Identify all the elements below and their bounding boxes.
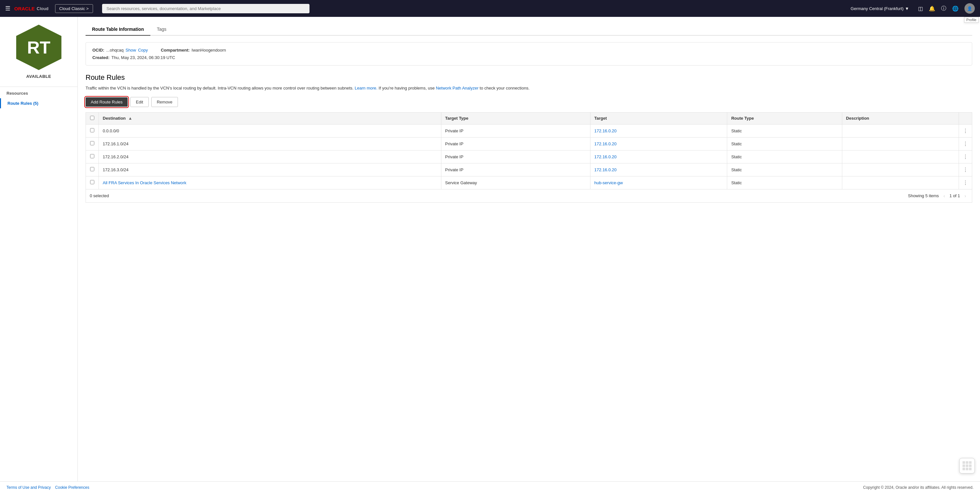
tab-tags[interactable]: Tags bbox=[150, 23, 173, 36]
search-bar[interactable] bbox=[102, 4, 310, 13]
table-row: All FRA Services In Oracle Services Netw… bbox=[86, 176, 972, 189]
compartment-group: Compartment: IwanHoogendoorn bbox=[161, 48, 226, 53]
tab-route-table-info[interactable]: Route Table Information bbox=[86, 23, 150, 36]
oracle-text: ORACLE bbox=[14, 6, 35, 11]
cloud-classic-button[interactable]: Cloud Classic > bbox=[55, 4, 93, 13]
row-checkbox-2[interactable] bbox=[90, 154, 94, 158]
next-page-button[interactable]: › bbox=[963, 193, 968, 199]
cell-target-1: 172.16.0.20 bbox=[590, 137, 727, 150]
header-description: Description bbox=[842, 112, 959, 124]
oracle-logo: ORACLE Cloud bbox=[14, 6, 49, 11]
cell-destination-2: 172.16.2.0/24 bbox=[99, 150, 441, 163]
hamburger-icon[interactable]: ☰ bbox=[5, 5, 10, 12]
sidebar-divider bbox=[0, 86, 78, 87]
cell-route-type-0: Static bbox=[727, 124, 842, 137]
table-row: 172.16.1.0/24Private IP172.16.0.20Static… bbox=[86, 137, 972, 150]
destination-link-4[interactable]: All FRA Services In Oracle Services Netw… bbox=[103, 180, 186, 185]
page-info: 1 of 1 bbox=[950, 193, 960, 198]
target-link-1[interactable]: 172.16.0.20 bbox=[594, 141, 617, 146]
select-all-checkbox[interactable] bbox=[90, 116, 94, 120]
header-destination[interactable]: Destination ▲ bbox=[99, 112, 441, 124]
help-dot bbox=[966, 468, 968, 470]
pagination: Showing 5 items ‹ 1 of 1 › bbox=[908, 193, 968, 199]
row-checkbox-4[interactable] bbox=[90, 180, 94, 184]
header-destination-label: Destination bbox=[103, 116, 126, 121]
cell-target-0: 172.16.0.20 bbox=[590, 124, 727, 137]
network-path-analyzer-link[interactable]: Network Path Analyzer bbox=[436, 86, 479, 91]
sort-arrow-icon: ▲ bbox=[128, 116, 132, 121]
bell-icon[interactable]: 🔔 bbox=[929, 5, 935, 12]
table-body: 0.0.0.0/0Private IP172.16.0.20Static⋮172… bbox=[86, 124, 972, 189]
resources-label: Resources bbox=[0, 91, 34, 96]
target-link-2[interactable]: 172.16.0.20 bbox=[594, 155, 617, 159]
region-label: Germany Central (Frankfurt) bbox=[851, 6, 904, 11]
route-rules-table: Destination ▲ Target Type Target Route T… bbox=[86, 112, 972, 190]
header-select-all[interactable] bbox=[86, 112, 99, 124]
header-target: Target bbox=[590, 112, 727, 124]
compartment-label: Compartment: bbox=[161, 48, 189, 53]
row-checkbox-3[interactable] bbox=[90, 167, 94, 171]
target-link-4[interactable]: hub-service-gw bbox=[594, 180, 623, 185]
cell-target-4: hub-service-gw bbox=[590, 176, 727, 189]
region-chevron-icon: ▼ bbox=[905, 6, 909, 11]
desc-text-1: Traffic within the VCN is handled by the… bbox=[86, 86, 353, 91]
cell-destination-4: All FRA Services In Oracle Services Netw… bbox=[99, 176, 441, 189]
ocid-copy-link[interactable]: Copy bbox=[138, 48, 148, 53]
search-input[interactable] bbox=[102, 4, 310, 13]
table-row: 172.16.3.0/24Private IP172.16.0.20Static… bbox=[86, 163, 972, 176]
help-dot bbox=[963, 468, 965, 470]
learn-more-link[interactable]: Learn more. bbox=[355, 86, 377, 91]
more-actions-icon-1[interactable]: ⋮ bbox=[963, 141, 968, 147]
cell-destination-0: 0.0.0.0/0 bbox=[99, 124, 441, 137]
cell-target-type-0: Private IP bbox=[441, 124, 590, 137]
route-rules-description: Traffic within the VCN is handled by the… bbox=[86, 85, 972, 92]
desc-text-3: to check your connections. bbox=[480, 86, 530, 91]
terms-link[interactable]: Terms of Use and Privacy bbox=[6, 485, 51, 490]
cookie-link[interactable]: Cookie Preferences bbox=[55, 485, 89, 490]
sidebar: RT AVAILABLE Resources Route Rules (5) bbox=[0, 17, 78, 481]
main-container: RT AVAILABLE Resources Route Rules (5) R… bbox=[0, 17, 980, 481]
help-dot bbox=[963, 461, 965, 464]
help-dot bbox=[966, 461, 968, 464]
target-link-3[interactable]: 172.16.0.20 bbox=[594, 168, 617, 172]
help-widget[interactable] bbox=[959, 458, 975, 474]
help-dot bbox=[969, 461, 972, 464]
cell-description-2 bbox=[842, 150, 959, 163]
header-actions bbox=[959, 112, 972, 124]
more-actions-icon-3[interactable]: ⋮ bbox=[963, 167, 968, 172]
copyright-text: Copyright © 2024, Oracle and/or its affi… bbox=[863, 485, 974, 490]
selected-count: 0 selected bbox=[90, 193, 109, 198]
remove-button[interactable]: Remove bbox=[151, 97, 178, 107]
globe-icon[interactable]: 🌐 bbox=[952, 5, 959, 12]
created-row: Created: Thu, May 23, 2024, 06:30:19 UTC bbox=[92, 55, 966, 60]
cell-description-1 bbox=[842, 137, 959, 150]
ocid-show-link[interactable]: Show bbox=[126, 48, 136, 53]
table-header-row: Destination ▲ Target Type Target Route T… bbox=[86, 112, 972, 124]
cell-target-3: 172.16.0.20 bbox=[590, 163, 727, 176]
cell-target-type-3: Private IP bbox=[441, 163, 590, 176]
table-row: 172.16.2.0/24Private IP172.16.0.20Static… bbox=[86, 150, 972, 163]
cell-description-3 bbox=[842, 163, 959, 176]
cell-route-type-4: Static bbox=[727, 176, 842, 189]
cell-route-type-3: Static bbox=[727, 163, 842, 176]
more-actions-icon-2[interactable]: ⋮ bbox=[963, 154, 968, 160]
target-link-0[interactable]: 172.16.0.20 bbox=[594, 128, 617, 133]
header-route-type: Route Type bbox=[727, 112, 842, 124]
avatar[interactable]: 👤 bbox=[964, 3, 975, 14]
row-checkbox-1[interactable] bbox=[90, 141, 94, 145]
add-route-rules-button[interactable]: Add Route Rules bbox=[86, 97, 128, 107]
ocid-group: OCID: ...ohqcaq Show Copy bbox=[92, 48, 148, 53]
showing-label: Showing 5 items bbox=[908, 193, 939, 198]
region-selector[interactable]: Germany Central (Frankfurt) ▼ bbox=[851, 6, 909, 11]
nav-icons: ◫ 🔔 ⓘ 🌐 👤 bbox=[918, 3, 975, 14]
terminal-icon[interactable]: ◫ bbox=[918, 5, 923, 12]
prev-page-button[interactable]: ‹ bbox=[942, 193, 947, 199]
help-icon[interactable]: ⓘ bbox=[941, 5, 946, 12]
cell-target-2: 172.16.0.20 bbox=[590, 150, 727, 163]
sidebar-item-route-rules[interactable]: Route Rules (5) bbox=[0, 98, 78, 108]
more-actions-icon-0[interactable]: ⋮ bbox=[963, 128, 968, 134]
row-checkbox-0[interactable] bbox=[90, 128, 94, 132]
more-actions-icon-4[interactable]: ⋮ bbox=[963, 180, 968, 185]
header-target-type: Target Type bbox=[441, 112, 590, 124]
edit-button[interactable]: Edit bbox=[130, 97, 148, 107]
